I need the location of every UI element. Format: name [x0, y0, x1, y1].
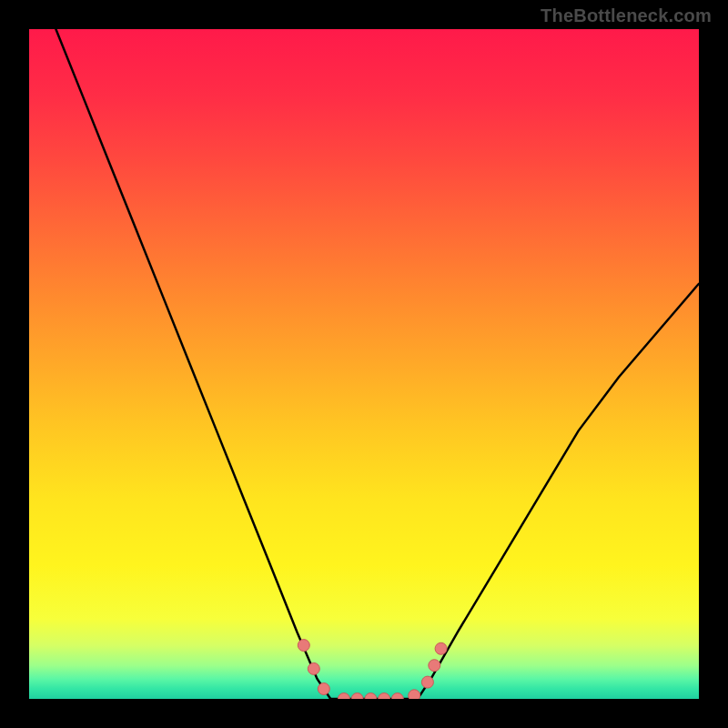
data-marker [379, 693, 390, 700]
curve-right-branch [418, 284, 699, 699]
watermark-text: TheBottleneck.com [541, 5, 712, 26]
data-marker [351, 693, 363, 700]
bottleneck-curve [29, 29, 699, 699]
data-marker [409, 690, 420, 699]
data-marker [391, 693, 403, 700]
data-marker [318, 683, 329, 695]
curve-left-branch [56, 29, 330, 699]
data-marker [298, 640, 309, 652]
data-marker [365, 693, 377, 700]
data-marker [435, 642, 447, 654]
data-marker [429, 660, 440, 672]
data-marker [421, 676, 433, 688]
chart-frame: TheBottleneck.com [0, 0, 728, 728]
plot-area [29, 29, 699, 699]
data-marker [308, 662, 319, 674]
data-marker [338, 693, 349, 700]
